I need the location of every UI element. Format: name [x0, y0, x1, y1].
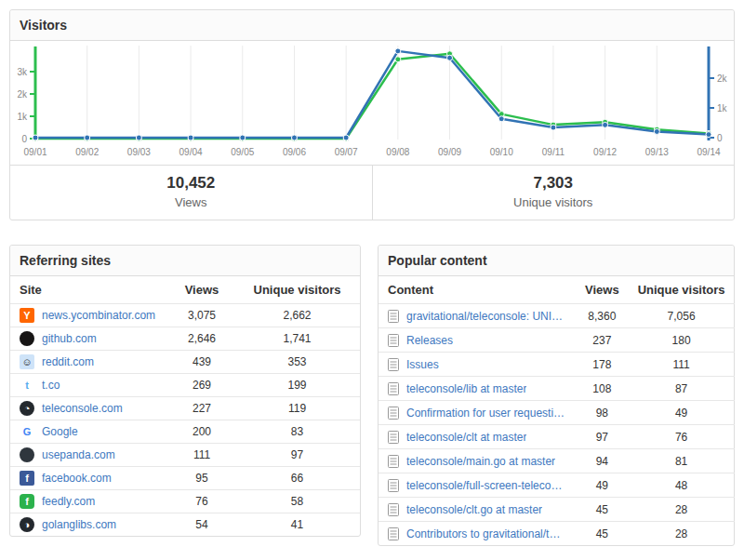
content-link[interactable]: teleconsole/clt at master — [406, 431, 526, 444]
svg-text:09/04: 09/04 — [179, 147, 203, 157]
table-row: ◔teleconsole.com227119 — [10, 397, 360, 420]
visitors-panel: Visitors 01k2k3k01k2k09/0109/0209/0309/0… — [9, 9, 735, 220]
total-views-label: Views — [10, 195, 372, 209]
left-axis-views: 01k2k3k — [17, 47, 35, 144]
table-row: teleconsole/clt at master9776 — [379, 425, 735, 449]
content-link[interactable]: Contributors to gravitational/teleco... — [406, 527, 566, 540]
content-link[interactable]: teleconsole/main.go at master — [406, 455, 555, 468]
table-row: Ynews.ycombinator.com3,0752,662 — [10, 304, 360, 327]
views-value: 8,360 — [576, 304, 629, 328]
svg-text:09/05: 09/05 — [231, 147, 254, 157]
file-icon — [388, 503, 399, 516]
column-header-views: Views — [576, 276, 629, 304]
table-row: teleconsole/clt.go at master4528 — [379, 498, 735, 522]
svg-text:09/03: 09/03 — [127, 147, 151, 157]
column-header-site: Site — [10, 276, 169, 304]
visitors-chart[interactable]: 01k2k3k01k2k09/0109/0209/0309/0409/0509/… — [10, 41, 734, 165]
views-value: 95 — [169, 467, 234, 490]
total-views: 10,452 Views — [10, 166, 372, 220]
total-views-value: 10,452 — [10, 174, 372, 193]
views-value: 200 — [169, 420, 234, 444]
referring-site-link[interactable]: Google — [42, 425, 78, 438]
unique-visitors-value: 49 — [629, 401, 735, 425]
svg-text:2k: 2k — [17, 89, 28, 100]
views-value: 108 — [576, 377, 629, 401]
file-icon — [388, 455, 399, 468]
unique-visitors-value: 111 — [629, 353, 735, 377]
unique-visitors-line — [33, 48, 711, 140]
column-header-content: Content — [379, 276, 576, 304]
views-value: 178 — [576, 353, 629, 377]
referring-sites-title: Referring sites — [10, 246, 360, 276]
content-link[interactable]: teleconsole/lib at master — [406, 382, 526, 395]
x-axis-date-labels: 09/0109/0209/0309/0409/0509/0609/0709/08… — [23, 147, 720, 157]
file-icon — [388, 479, 399, 492]
teleconsole-favicon: ◔ — [20, 401, 34, 416]
file-icon — [388, 310, 399, 323]
referring-site-link[interactable]: github.com — [42, 332, 97, 345]
unique-visitors-value: 7,056 — [629, 304, 735, 328]
referring-site-link[interactable]: teleconsole.com — [42, 402, 123, 415]
views-value: 94 — [576, 449, 629, 473]
svg-text:09/09: 09/09 — [438, 147, 461, 157]
unique-visitors-value: 76 — [629, 425, 735, 449]
views-value: 49 — [576, 473, 629, 498]
content-link[interactable]: teleconsole/full-screen-teleconsole... — [406, 479, 566, 492]
table-header-row: Site Views Unique visitors — [10, 276, 360, 304]
file-icon — [388, 334, 399, 347]
popular-content-body: gravitational/teleconsole: UNIX shel...8… — [379, 304, 735, 546]
popular-content-table: Content Views Unique visitors gravitatio… — [379, 276, 735, 545]
file-icon — [388, 527, 399, 540]
svg-text:09/14: 09/14 — [697, 147, 720, 157]
file-icon — [388, 382, 399, 395]
content-link[interactable]: Confirmation for user requesting to ... — [406, 407, 566, 420]
svg-text:2k: 2k — [717, 73, 728, 84]
table-header-row: Content Views Unique visitors — [379, 276, 735, 304]
unique-visitors-value: 41 — [234, 513, 360, 537]
referring-site-link[interactable]: reddit.com — [42, 355, 94, 368]
table-row: teleconsole/full-screen-teleconsole...49… — [379, 473, 735, 498]
twitter-favicon: t — [20, 378, 34, 393]
svg-text:09/02: 09/02 — [75, 147, 99, 157]
unique-visitors-value: 1,741 — [234, 327, 360, 351]
unique-visitors-value: 119 — [234, 397, 360, 420]
unique-visitors-value: 28 — [629, 498, 735, 522]
traffic-totals: 10,452 Views 7,303 Unique visitors — [10, 165, 734, 220]
referring-site-link[interactable]: usepanda.com — [42, 448, 115, 461]
views-value: 3,075 — [169, 304, 234, 327]
table-row: Contributors to gravitational/teleco...4… — [379, 522, 735, 546]
views-value: 439 — [169, 351, 234, 374]
content-link[interactable]: gravitational/teleconsole: UNIX shel... — [406, 310, 566, 323]
total-unique-visitors-label: Unique visitors — [373, 195, 735, 209]
table-row: ☺reddit.com439353 — [10, 351, 360, 374]
unique-visitors-value: 66 — [234, 467, 360, 490]
referring-site-link[interactable]: golanglibs.com — [42, 518, 116, 531]
golanglibs-favicon: ◑ — [20, 517, 34, 532]
table-row: gravitational/teleconsole: UNIX shel...8… — [379, 304, 735, 328]
svg-text:09/13: 09/13 — [645, 147, 669, 157]
referring-sites-panel: Referring sites Site Views Unique visito… — [9, 245, 361, 537]
referring-site-link[interactable]: news.ycombinator.com — [42, 309, 155, 322]
unique-visitors-value: 81 — [629, 449, 735, 473]
referring-site-link[interactable]: facebook.com — [42, 472, 112, 485]
right-axis-unique-visitors: 01k2k — [709, 47, 728, 143]
views-value: 97 — [576, 425, 629, 449]
table-row: ffacebook.com9566 — [10, 467, 360, 490]
referring-sites-table: Site Views Unique visitors Ynews.ycombin… — [10, 276, 360, 536]
table-row: Confirmation for user requesting to ...9… — [379, 401, 735, 425]
unique-visitors-value: 28 — [629, 522, 735, 546]
table-row: tt.co269199 — [10, 374, 360, 397]
views-value: 111 — [169, 444, 234, 467]
content-link[interactable]: teleconsole/clt.go at master — [406, 503, 542, 516]
svg-text:09/12: 09/12 — [593, 147, 617, 157]
content-link[interactable]: Releases — [406, 334, 453, 347]
views-value: 76 — [169, 490, 234, 513]
unique-visitors-value: 2,662 — [234, 304, 360, 327]
unique-visitors-value: 58 — [234, 490, 360, 513]
views-value: 45 — [576, 522, 629, 546]
referring-site-link[interactable]: t.co — [42, 379, 60, 392]
referring-site-link[interactable]: feedly.com — [42, 495, 95, 508]
svg-text:09/01: 09/01 — [23, 147, 46, 157]
content-link[interactable]: Issues — [406, 358, 439, 371]
table-row: GGoogle20083 — [10, 420, 360, 444]
